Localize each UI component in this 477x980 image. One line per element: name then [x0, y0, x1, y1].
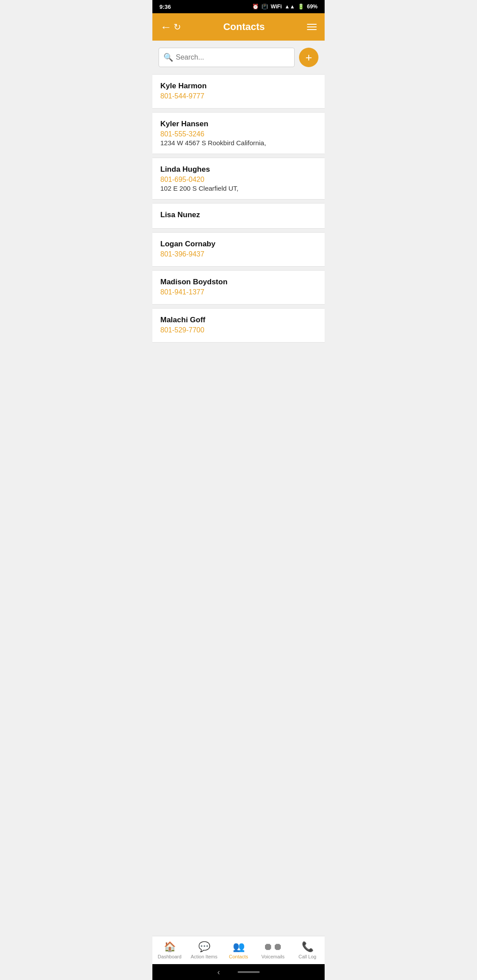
signal-icon: ▲▲ [284, 4, 295, 10]
contact-name: Linda Hughes [160, 165, 317, 174]
contact-phone[interactable]: 801-544-9777 [160, 92, 317, 100]
contact-phone[interactable]: 801-695-0420 [160, 176, 317, 184]
contact-card[interactable]: Lisa Nunez [152, 203, 325, 229]
search-input[interactable] [176, 53, 290, 61]
wifi-icon: WiFi [271, 4, 282, 10]
app-header: ← ↻ Contacts [152, 13, 325, 41]
contact-name: Logan Cornaby [160, 240, 317, 249]
contact-card[interactable]: Linda Hughes801-695-0420102 E 200 S Clea… [152, 158, 325, 200]
contact-phone[interactable]: 801-555-3246 [160, 130, 317, 138]
battery-icon: 🔋 [298, 4, 304, 10]
contact-name: Madison Boydston [160, 278, 317, 286]
contact-card[interactable]: Madison Boydston801-941-1377 [152, 270, 325, 305]
battery-percent: 69% [307, 4, 318, 10]
search-area: 🔍 + [152, 41, 325, 74]
status-right: ⏰ 📳 WiFi ▲▲ 🔋 69% [252, 4, 318, 10]
contact-phone[interactable]: 801-941-1377 [160, 288, 317, 296]
contact-phone[interactable]: 801-529-7700 [160, 326, 317, 334]
page-title: Contacts [181, 21, 307, 33]
contact-phone[interactable]: 801-396-9437 [160, 250, 317, 258]
contact-name: Malachi Goff [160, 316, 317, 324]
status-time: 9:36 [159, 4, 171, 10]
menu-line-3 [307, 29, 317, 30]
menu-line-2 [307, 26, 317, 27]
status-bar: 9:36 ⏰ 📳 WiFi ▲▲ 🔋 69% [152, 0, 325, 13]
refresh-button[interactable]: ↻ [174, 22, 181, 32]
contact-name: Lisa Nunez [160, 211, 317, 219]
contact-address: 102 E 200 S Clearfield UT, [160, 185, 317, 192]
search-box: 🔍 [159, 48, 295, 67]
back-button[interactable]: ← [160, 20, 172, 34]
contact-list: Kyle Harmon801-544-9777Kyler Hansen801-5… [152, 74, 325, 381]
add-contact-button[interactable]: + [299, 48, 318, 67]
contact-card[interactable]: Malachi Goff801-529-7700 [152, 308, 325, 343]
contact-address: 1234 W 4567 S Rookbird California, [160, 139, 317, 147]
contact-name: Kyler Hansen [160, 120, 317, 128]
contact-card[interactable]: Logan Cornaby801-396-9437 [152, 232, 325, 267]
contact-card[interactable]: Kyler Hansen801-555-32461234 W 4567 S Ro… [152, 112, 325, 154]
menu-line-1 [307, 24, 317, 25]
search-icon: 🔍 [163, 53, 173, 62]
contact-name: Kyle Harmon [160, 82, 317, 90]
menu-button[interactable] [307, 24, 317, 30]
vibrate-icon: 📳 [261, 4, 268, 10]
alarm-icon: ⏰ [252, 4, 259, 10]
contact-card[interactable]: Kyle Harmon801-544-9777 [152, 74, 325, 109]
